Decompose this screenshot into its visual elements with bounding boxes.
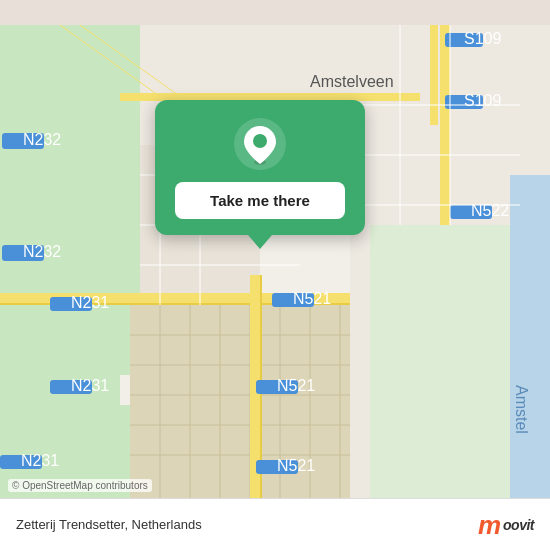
osm-credit: © OpenStreetMap contributors (8, 479, 152, 492)
svg-text:S109: S109 (464, 92, 501, 109)
svg-text:N231: N231 (71, 294, 109, 311)
svg-text:N521: N521 (277, 377, 315, 394)
svg-text:N521: N521 (293, 290, 331, 307)
svg-text:Amstel: Amstel (513, 385, 530, 434)
svg-text:N232: N232 (23, 243, 61, 260)
svg-text:S109: S109 (464, 30, 501, 47)
popup-card: Take me there (155, 100, 365, 235)
moovit-m-letter: m (478, 512, 501, 538)
bottom-bar: Zetterij Trendsetter, Netherlands m oovi… (0, 498, 550, 550)
svg-text:N231: N231 (21, 452, 59, 469)
svg-text:N521: N521 (277, 457, 315, 474)
location-pin-icon (234, 118, 286, 170)
moovit-rest-text: oovit (503, 517, 534, 533)
location-label: Zetterij Trendsetter, Netherlands (16, 517, 202, 532)
svg-rect-24 (370, 225, 510, 525)
svg-rect-1 (0, 25, 140, 185)
map-background: N232 N232 N231 N231 N231 N521 N521 N521 … (0, 0, 550, 550)
svg-rect-29 (440, 25, 450, 225)
svg-rect-23 (510, 175, 550, 525)
map-container: N232 N232 N231 N231 N231 N521 N521 N521 … (0, 0, 550, 550)
svg-text:N232: N232 (23, 131, 61, 148)
svg-rect-27 (250, 275, 260, 525)
svg-text:Amstelveen: Amstelveen (310, 73, 394, 90)
take-me-there-button[interactable]: Take me there (175, 182, 345, 219)
moovit-logo: m oovit (478, 512, 534, 538)
svg-rect-30 (430, 25, 438, 125)
svg-text:N231: N231 (71, 377, 109, 394)
svg-rect-9 (130, 305, 350, 525)
svg-point-70 (253, 134, 267, 148)
svg-rect-28 (260, 275, 262, 525)
